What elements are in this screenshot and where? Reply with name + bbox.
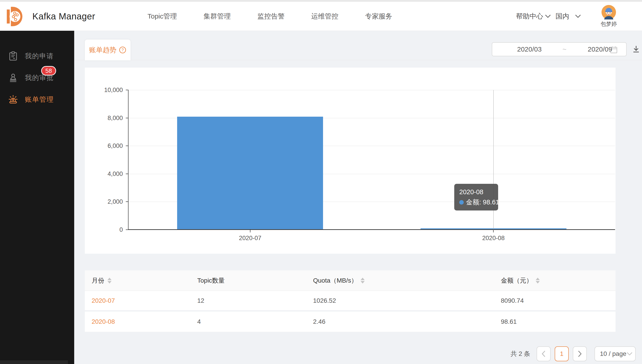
x-axis-label: 2020-07 [223,235,277,242]
chevron-right-icon [577,350,582,357]
sidebar: 我的申请我的审批58账单管理 [0,31,74,364]
calendar-icon [610,46,617,54]
chevron-down-icon [626,352,632,356]
bar-chart: 02,0004,0006,0008,00010,0002020-072020-0… [129,90,615,230]
chart-tooltip: 2020-08金额: 98.61 [454,184,498,210]
nav-item-3[interactable]: 运维管控 [311,12,338,21]
clipboard-icon [8,51,18,61]
column-label: Quota（MB/s） [313,276,357,285]
alarm-icon [8,94,18,104]
user-name: 包梦婷 [600,20,617,28]
tooltip-series-row: 金额: 98.61 [459,198,493,207]
app-title: Kafka Manager [32,2,95,31]
next-page-button[interactable] [573,346,587,361]
tab-label: 账单趋势 [89,46,116,55]
chevron-down-icon [545,14,551,18]
y-axis-line [128,90,129,230]
sidebar-item-0[interactable]: 我的申请 [0,45,74,67]
sidebar-item-1[interactable]: 我的审批58 [0,67,74,89]
topic-count-cell: 12 [197,297,313,304]
x-axis-label: 2020-08 [466,235,520,242]
month-link[interactable]: 2020-07 [92,297,197,304]
sidebar-item-label: 我的申请 [25,52,54,61]
total-count: 共 2 条 [510,350,530,358]
nav-item-2[interactable]: 监控告警 [257,12,285,21]
region-menu[interactable]: 国内 [555,2,581,31]
chart-card: 02,0004,0006,0008,00010,0002020-072020-0… [85,68,615,254]
gridline [129,90,615,90]
column-label: 月份 [92,276,104,285]
top-strip [0,0,642,2]
amount-cell: 98.61 [501,318,615,325]
page-1-button[interactable]: 1 [555,346,569,361]
sort-icon[interactable] [108,278,112,284]
date-end-value[interactable]: 2020/09 [588,46,612,53]
user-menu[interactable]: 包梦婷 [599,5,618,28]
download-icon [631,45,641,54]
sidebar-menu: 我的申请我的审批58账单管理 [0,31,74,110]
y-axis-label: 10,000 [82,86,123,94]
stamp-icon [8,73,18,83]
sidebar-item-label: 账单管理 [25,95,54,104]
topic-count-cell: 4 [197,318,313,325]
page-size-value: 10 / page [600,350,626,358]
tooltip-value: 金额: 98.61 [466,198,499,207]
help-circle-icon[interactable]: ? [119,46,126,54]
table-body: 2020-07121026.528090.742020-0842.4698.61 [85,291,615,332]
date-start-value[interactable]: 2020/03 [517,46,541,53]
series-dot [459,200,464,204]
date-separator: ~ [562,46,566,53]
column-header-1: Topic数量 [197,276,313,285]
avatar [601,5,616,20]
page: Kafka Manager Topic管理集群管理监控告警运维管控专家服务 帮助… [0,0,642,364]
sort-icon[interactable] [536,278,540,284]
app-header: Kafka Manager Topic管理集群管理监控告警运维管控专家服务 帮助… [0,2,642,31]
download-button[interactable] [631,45,641,54]
y-axis-label: 6,000 [82,142,123,150]
page-size-select[interactable]: 10 / page [594,346,636,361]
sidebar-footer-strip[interactable] [0,360,68,364]
amount-cell: 8090.74 [501,297,615,304]
prev-page-button[interactable] [536,346,551,361]
x-axis-tick [250,230,250,232]
y-axis-label: 8,000 [82,115,123,122]
y-axis-label: 0 [82,226,123,233]
sidebar-item-2[interactable]: 账单管理 [0,89,74,110]
column-header-3[interactable]: 金额（元） [501,276,615,285]
quota-cell: 1026.52 [313,297,501,304]
nav-item-4[interactable]: 专家服务 [365,12,392,21]
help-center-menu[interactable]: 帮助中心 [516,2,551,31]
y-axis-label: 4,000 [82,170,123,178]
column-label: Topic数量 [197,276,225,285]
quota-cell: 2.46 [313,318,501,325]
date-range-picker[interactable]: 2020/03 ~ 2020/09 [492,42,626,56]
nav-item-1[interactable]: 集群管理 [204,12,231,21]
month-link[interactable]: 2020-08 [92,318,197,325]
svg-text:?: ? [122,48,124,52]
chevron-left-icon [541,350,546,357]
bar-2020-07[interactable] [177,117,323,230]
column-header-2[interactable]: Quota（MB/s） [313,276,501,285]
nav-item-0[interactable]: Topic管理 [148,12,177,21]
billing-table: 月份Topic数量Quota（MB/s）金额（元） 2020-07121026.… [85,270,615,332]
tooltip-category: 2020-08 [459,188,493,196]
table-row-2020-07: 2020-07121026.528090.74 [85,291,615,312]
app-logo-icon[interactable] [6,6,25,27]
column-header-0[interactable]: 月份 [92,276,197,285]
help-center-label: 帮助中心 [516,12,543,21]
approval-count-badge: 58 [41,66,56,76]
main-nav: Topic管理集群管理监控告警运维管控专家服务 [148,2,392,31]
pagination: 共 2 条 1 10 / page [510,346,636,361]
table-row-2020-08: 2020-0842.4698.61 [85,312,615,332]
chevron-down-icon [575,14,581,18]
table-header-row: 月份Topic数量Quota（MB/s）金额（元） [85,270,615,291]
main-content: 账单趋势 ? 2020/03 ~ 2020/09 [74,31,642,364]
sort-icon[interactable] [361,278,365,284]
toolbar: 账单趋势 ? 2020/03 ~ 2020/09 [74,31,642,60]
y-axis-label: 2,000 [82,198,123,205]
tab-bill-trend[interactable]: 账单趋势 ? [85,40,131,60]
x-axis-line [129,229,615,230]
region-label: 国内 [555,12,569,21]
x-axis-tick [493,230,494,232]
column-label: 金额（元） [501,276,532,285]
